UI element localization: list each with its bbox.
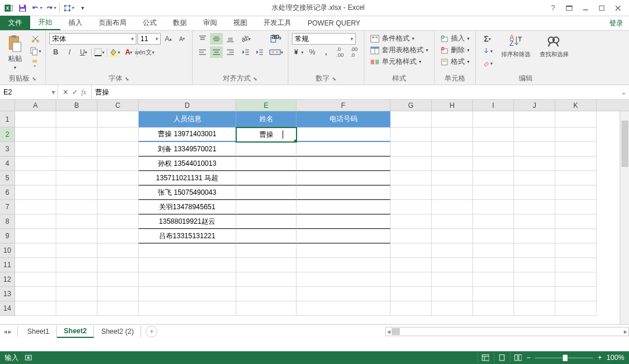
cell[interactable] <box>236 200 297 214</box>
cell[interactable] <box>236 258 297 272</box>
font-size-select[interactable]: 11 <box>138 33 161 45</box>
cell[interactable] <box>432 128 473 142</box>
row-header[interactable]: 11 <box>0 258 15 272</box>
add-sheet-button[interactable]: + <box>146 326 157 337</box>
column-header[interactable]: D <box>139 100 236 111</box>
column-header[interactable]: A <box>15 100 56 111</box>
cell[interactable] <box>236 229 297 243</box>
font-color-button[interactable]: A▾ <box>122 46 135 58</box>
cell[interactable] <box>514 229 555 243</box>
cell[interactable] <box>432 287 473 301</box>
cell[interactable] <box>555 111 597 128</box>
cell[interactable] <box>236 171 297 185</box>
copy-icon[interactable]: ▾ <box>29 45 42 57</box>
cell[interactable] <box>297 272 391 287</box>
cell[interactable] <box>432 214 473 229</box>
cell[interactable] <box>56 258 97 272</box>
cell[interactable] <box>56 185 97 200</box>
cell[interactable] <box>432 272 473 287</box>
cell[interactable] <box>97 171 139 185</box>
column-header[interactable]: C <box>97 100 139 111</box>
cell[interactable] <box>297 243 391 258</box>
cell[interactable] <box>97 200 139 214</box>
cell[interactable] <box>297 156 391 171</box>
cell[interactable] <box>56 272 97 287</box>
tab-home[interactable]: 开始 <box>30 16 60 30</box>
cell[interactable] <box>391 301 432 316</box>
orientation-icon[interactable]: ab▾ <box>239 33 252 45</box>
phonetic-button[interactable]: wén文▾ <box>138 46 151 58</box>
cell[interactable] <box>514 185 555 200</box>
cell[interactable] <box>514 156 555 171</box>
excel-icon[interactable] <box>2 2 15 14</box>
cell[interactable] <box>555 301 597 316</box>
number-format-select[interactable]: 常规 <box>292 33 356 45</box>
percent-icon[interactable]: % <box>306 46 319 58</box>
row-header[interactable]: 13 <box>0 287 15 301</box>
column-header[interactable]: J <box>514 100 555 111</box>
tab-review[interactable]: 审阅 <box>195 16 225 30</box>
sort-filter-button[interactable]: AZ 排序和筛选 <box>498 33 534 60</box>
cell[interactable]: 关羽13478945651 <box>139 200 236 214</box>
cell[interactable]: 姓名 <box>236 111 297 128</box>
cell[interactable] <box>97 272 139 287</box>
cell[interactable] <box>432 142 473 156</box>
cell[interactable] <box>473 171 514 185</box>
cell[interactable] <box>555 128 597 142</box>
minimize-icon[interactable] <box>578 2 593 14</box>
cell[interactable] <box>391 171 432 185</box>
cell[interactable] <box>15 272 56 287</box>
cell[interactable] <box>56 171 97 185</box>
login-button[interactable]: 登录 <box>603 17 629 30</box>
cell[interactable] <box>15 243 56 258</box>
sheet-nav-last-icon[interactable]: ▸ <box>8 327 12 336</box>
cell[interactable] <box>139 272 236 287</box>
cell[interactable] <box>236 301 297 316</box>
cut-icon[interactable] <box>29 33 42 45</box>
touch-mode-icon[interactable]: ▾ <box>62 2 75 14</box>
expand-formula-bar-icon[interactable]: ⌄ <box>619 88 629 96</box>
cell[interactable] <box>514 287 555 301</box>
merge-button[interactable]: ▾ <box>268 46 284 58</box>
tab-developer[interactable]: 开发工具 <box>255 16 299 30</box>
tab-formulas[interactable]: 公式 <box>135 16 165 30</box>
cell[interactable]: 人员信息 <box>139 111 236 128</box>
cell[interactable] <box>555 287 597 301</box>
cell[interactable] <box>15 287 56 301</box>
cell[interactable]: 孙权 13544010013 <box>139 156 236 171</box>
row-header[interactable]: 7 <box>0 200 15 214</box>
cell[interactable] <box>555 272 597 287</box>
cell[interactable] <box>432 301 473 316</box>
cell[interactable] <box>297 200 391 214</box>
decrease-decimal-icon[interactable]: .00.0 <box>348 46 360 58</box>
row-header[interactable]: 10 <box>0 243 15 258</box>
cell[interactable] <box>473 272 514 287</box>
column-header[interactable]: I <box>473 100 514 111</box>
cell[interactable] <box>56 142 97 156</box>
cell[interactable] <box>15 200 56 214</box>
cell[interactable] <box>555 243 597 258</box>
cell[interactable] <box>236 185 297 200</box>
cell[interactable]: 吕布13315131221 <box>139 229 236 243</box>
cell[interactable] <box>15 171 56 185</box>
cell[interactable] <box>473 128 514 142</box>
cell[interactable] <box>432 185 473 200</box>
cell[interactable] <box>56 128 97 142</box>
conditional-format-button[interactable]: 条件格式▾ <box>368 33 417 44</box>
cell[interactable] <box>555 200 597 214</box>
macro-record-icon[interactable] <box>24 354 32 362</box>
horizontal-scrollbar[interactable]: ◂▸ <box>385 327 629 336</box>
help-icon[interactable]: ? <box>545 2 561 14</box>
cell[interactable] <box>236 243 297 258</box>
cell[interactable] <box>97 243 139 258</box>
undo-icon[interactable]: ▾ <box>30 2 43 14</box>
cell[interactable] <box>97 301 139 316</box>
cell[interactable] <box>297 214 391 229</box>
cell[interactable] <box>139 287 236 301</box>
wrap-text-icon[interactable]: ab <box>268 33 284 45</box>
cell[interactable] <box>15 258 56 272</box>
fx-icon[interactable]: fx <box>81 88 86 97</box>
font-name-select[interactable]: 宋体 <box>49 33 136 45</box>
format-painter-icon[interactable] <box>29 57 42 69</box>
cell[interactable] <box>56 243 97 258</box>
